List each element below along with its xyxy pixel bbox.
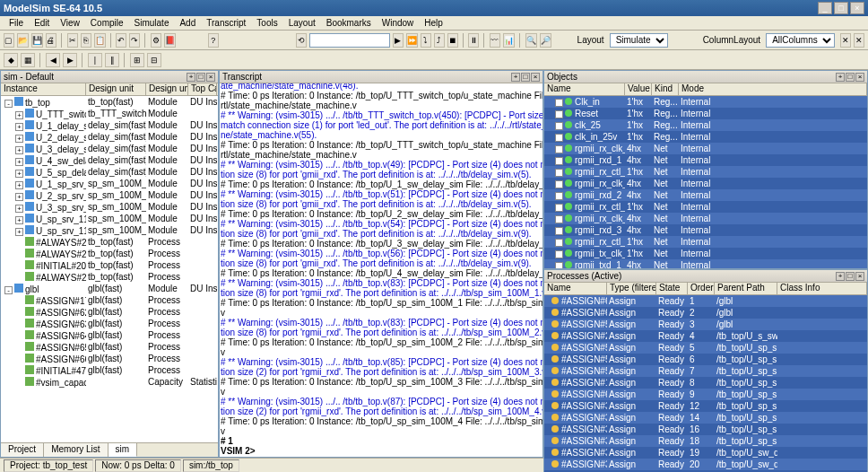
tab-project[interactable]: Project <box>1 443 44 457</box>
process-row[interactable]: #ASSIGN#62AssignReady2/glbl <box>544 307 867 319</box>
stepover-icon[interactable]: ⤴ <box>434 33 445 48</box>
run-icon[interactable]: ▶ <box>393 33 404 48</box>
expand-icon[interactable]: + <box>555 145 563 153</box>
menu-edit[interactable]: Edit <box>29 18 55 28</box>
panel-dock-icon[interactable]: + <box>511 73 520 82</box>
tree-row[interactable]: #ASSIGN#65glbl(fast)Process <box>1 341 218 353</box>
menu-transcript[interactable]: Transcript <box>201 18 251 28</box>
object-row[interactable]: +rgmii_rx_clk_14hxNetInternal <box>544 143 867 154</box>
cut-icon[interactable]: ✂ <box>67 33 78 48</box>
print-icon[interactable]: 🖨 <box>46 33 56 48</box>
process-row[interactable]: #ASSIGN#52AssignReady3/glbl <box>544 319 867 330</box>
col-instance[interactable]: Instance <box>1 83 86 95</box>
object-row[interactable]: +Reset1'hxReg...Internal <box>544 108 867 119</box>
stop-icon[interactable]: ⏹ <box>447 33 458 48</box>
object-row[interactable]: +rgmii_rx_clk_34hxNetInternal <box>544 213 867 224</box>
expand-icon[interactable]: + <box>15 170 23 178</box>
col-proc-type[interactable]: Type (filtered) <box>607 283 656 294</box>
expand-icon[interactable]: - <box>4 100 13 108</box>
process-row[interactable]: #ASSIGN#339AssignReady14/tb_top/U_sp_s..… <box>544 412 867 424</box>
expand-icon[interactable]: + <box>555 227 563 235</box>
col-obj-kind[interactable]: Kind <box>652 83 679 95</box>
maximize-button[interactable]: □ <box>834 2 848 14</box>
expand-icon[interactable]: + <box>555 169 563 177</box>
tree-row[interactable]: +U_3_sp_srv_110V_2sp_sm_100M_1(fast)Modu… <box>1 201 218 213</box>
col-obj-name[interactable]: Name <box>544 83 625 95</box>
col-obj-mode[interactable]: Mode <box>679 83 867 95</box>
tree-row[interactable]: +U_TTT_switch_toptb_TTT_switch_top(fast)… <box>1 108 218 119</box>
col-dutype[interactable]: Design unit type <box>146 83 188 95</box>
redo-icon[interactable]: ↷ <box>129 33 140 48</box>
process-row[interactable]: #ASSIGN#300AssignReady16/tb_top/U_sp_s..… <box>544 424 867 435</box>
expand-icon[interactable]: + <box>555 262 563 268</box>
break-icon[interactable]: ⏸ <box>468 33 479 48</box>
expand-icon[interactable]: + <box>15 135 23 143</box>
objects-body[interactable]: +Clk_in1'hxReg...Internal+Reset1'hxReg..… <box>544 96 867 268</box>
tree-row[interactable]: +U_2_sp_srv_110V_1sp_sm_100M_1(fast)Modu… <box>1 189 218 201</box>
tree-row[interactable]: #INITIAL#207// 2098.11..tb_top(fast)Proc… <box>1 259 218 271</box>
columnlayout-select[interactable]: AllColumns <box>766 33 835 48</box>
runtime-input[interactable] <box>309 33 390 48</box>
menu-tools[interactable]: Tools <box>251 18 282 28</box>
process-row[interactable]: #ASSIGN#52AssignReady5/tb_top/U_sp_s... <box>544 342 867 354</box>
grid-icon[interactable]: ▦ <box>21 53 35 67</box>
process-row[interactable]: #ASSIGN#337AssignReady12/tb_top/U_sp_s..… <box>544 400 867 412</box>
expand-icon[interactable]: + <box>15 123 23 131</box>
save-icon[interactable]: 💾 <box>31 33 43 48</box>
expand-icon[interactable]: + <box>15 158 23 166</box>
tree-row[interactable]: +U_1_sp_srv_100M_1sp_sm_100M_1(fast)Modu… <box>1 178 218 189</box>
process-row[interactable]: #ASSIGN#340AssignReady20/tb_top/U_sw_d..… <box>544 459 867 470</box>
tree-row[interactable]: +U_sp_srv_110V_3sp_sm_100M_1(fast)Module… <box>1 213 218 224</box>
expand-icon[interactable]: + <box>15 216 23 224</box>
expand-icon[interactable]: + <box>555 134 563 142</box>
expand-icon[interactable]: + <box>555 122 563 130</box>
panel-max-icon[interactable]: □ <box>521 73 530 82</box>
signals-icon[interactable]: 📊 <box>503 33 515 48</box>
col-designunit[interactable]: Design unit <box>86 83 146 95</box>
new-icon[interactable]: ▢ <box>4 33 14 48</box>
tree-row[interactable]: +U_2_delay_simdelay_sim(fast)ModuleDU In… <box>1 131 218 143</box>
expand-icon[interactable]: + <box>555 180 563 188</box>
menu-help[interactable]: Help <box>419 18 448 28</box>
expand-icon[interactable]: + <box>555 204 563 212</box>
menu-layout[interactable]: Layout <box>283 18 321 28</box>
object-row[interactable]: +rgmii_rx_ctl_21'hxNetInternal <box>544 201 867 213</box>
process-row[interactable]: #ASSIGN#133AssignReady8/tb_top/U_sp_s... <box>544 377 867 389</box>
panel-close-icon[interactable]: × <box>855 73 864 82</box>
panel-close-icon[interactable]: × <box>855 272 864 281</box>
expand-icon[interactable]: - <box>4 286 13 294</box>
process-row[interactable]: #ASSIGN#53AssignReady7/tb_top/U_sp_s... <box>544 365 867 377</box>
col-proc-parent[interactable]: Parent Path <box>715 283 777 294</box>
tree-row[interactable]: +U_sp_srv_110V_4sp_sm_100M_1(fast)Module… <box>1 224 218 236</box>
process-row[interactable]: #ASSIGN#53AssignReady6/tb_top/U_sp_s... <box>544 354 867 365</box>
object-row[interactable]: +rgmii_rxd_24hxNetInternal <box>544 189 867 201</box>
tree-row[interactable]: #ASSIGN#17glbl(fast)Process <box>1 294 218 306</box>
undo-icon[interactable]: ↶ <box>116 33 126 48</box>
object-row[interactable]: +clk_in_25v1'hxReg...Internal <box>544 131 867 143</box>
col-proc-class[interactable]: Class Info <box>777 283 867 294</box>
open-icon[interactable]: 📂 <box>17 33 29 48</box>
process-row[interactable]: #ASSIGN#340AssignReady18/tb_top/U_sp_s..… <box>544 435 867 447</box>
x1-icon[interactable]: ✕ <box>840 33 851 48</box>
panel-max-icon[interactable]: □ <box>196 73 205 82</box>
processes-body[interactable]: #ASSIGN#63AssignReady1/glbl#ASSIGN#62Ass… <box>544 295 867 472</box>
tree-row[interactable]: #ALWAYS#275tb_top(fast)Process <box>1 271 218 283</box>
col-proc-name[interactable]: Name <box>544 283 607 294</box>
tab-sim[interactable]: sim <box>108 443 138 457</box>
tree-row[interactable]: +U_4_sw_delay_simdelay_sim(fast)ModuleDU… <box>1 154 218 166</box>
step-icon[interactable]: ⤵ <box>421 33 431 48</box>
tree-row[interactable]: #ASSIGN#63glbl(fast)Process <box>1 318 218 329</box>
expand-icon[interactable]: + <box>555 250 563 258</box>
menu-file[interactable]: File <box>4 18 29 28</box>
x2-icon[interactable]: ✕ <box>854 33 864 48</box>
object-row[interactable]: +rgmii_rx_clk_24hxNetInternal <box>544 178 867 189</box>
nav-next-icon[interactable]: ▶ <box>63 53 77 67</box>
object-row[interactable]: +rgmii_rx_ctl_11'hxNetInternal <box>544 166 867 178</box>
object-row[interactable]: +rgmii_tx_clk_11'hxNetInternal <box>544 248 867 259</box>
close-button[interactable]: × <box>850 2 864 14</box>
tree-row[interactable]: -glblglbl(fast)ModuleDU Insta <box>1 283 218 294</box>
expand-icon[interactable]: + <box>15 111 23 119</box>
panel-dock-icon[interactable]: + <box>187 73 195 82</box>
menu-compile[interactable]: Compile <box>85 18 129 28</box>
menu-bookmarks[interactable]: Bookmarks <box>321 18 377 28</box>
